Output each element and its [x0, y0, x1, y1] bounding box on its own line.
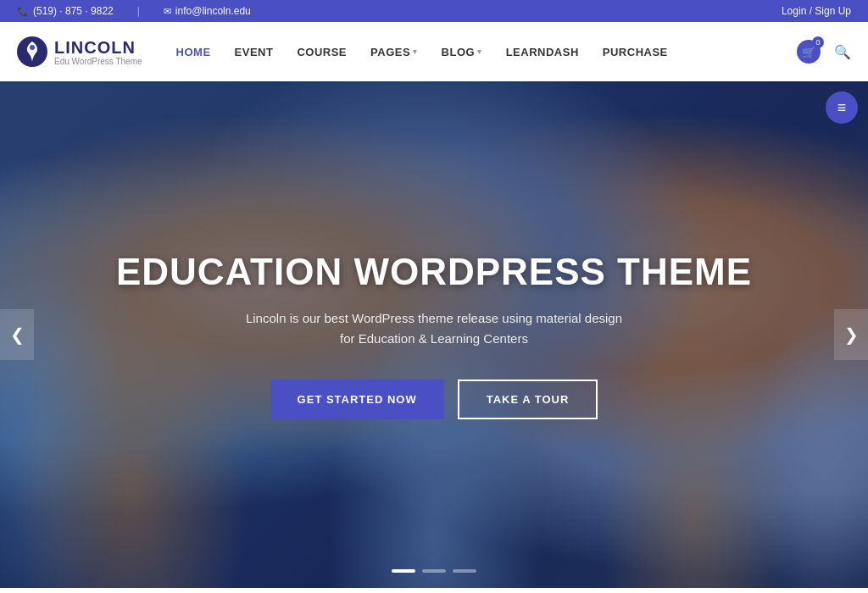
hero-background: EDUCATION WORDPRESS THEME Lincoln is our…	[0, 81, 868, 588]
nav-learndash[interactable]: LEARNDASH	[506, 46, 579, 58]
nav-pages[interactable]: PAGES ▾	[370, 46, 418, 58]
blog-chevron: ▾	[477, 47, 482, 56]
divider: |	[137, 5, 140, 17]
slide-prev-button[interactable]: ❮	[0, 309, 34, 360]
svg-point-1	[30, 45, 35, 50]
slide-next-button[interactable]: ❯	[834, 309, 868, 360]
phone-icon	[17, 6, 29, 17]
logo-icon	[17, 36, 47, 67]
phone-info: (519) · 875 · 9822	[17, 5, 114, 17]
brand-tagline: Edu WordPress Theme	[54, 57, 142, 66]
nav-event[interactable]: EVENT	[235, 46, 274, 58]
hero-content: EDUCATION WORDPRESS THEME Lincoln is our…	[82, 251, 786, 419]
top-bar-auth[interactable]: Login / Sign Up	[782, 5, 851, 17]
logo-text: LINCOLN Edu WordPress Theme	[54, 38, 142, 66]
hamburger-button[interactable]: ≡	[826, 91, 858, 124]
slide-dot-3[interactable]	[453, 569, 476, 573]
get-started-button[interactable]: GET STARTED NOW	[270, 380, 444, 419]
phone-number: (519) · 875 · 9822	[33, 5, 114, 17]
nav-links: HOME EVENT COURSE PAGES ▾ BLOG ▾ LEARNDA…	[176, 46, 797, 58]
take-tour-button[interactable]: TAKE A TOUR	[458, 380, 598, 419]
hero-buttons: GET STARTED NOW TAKE A TOUR	[116, 380, 752, 419]
search-icon[interactable]: 🔍	[834, 44, 851, 60]
logo-link[interactable]: LINCOLN Edu WordPress Theme	[17, 36, 142, 67]
top-bar-contact: (519) · 875 · 9822 | info@lincoln.edu	[17, 5, 251, 17]
nav-course[interactable]: COURSE	[297, 46, 347, 58]
nav-right: 🛒 0 🔍	[797, 40, 851, 64]
hero-title: EDUCATION WORDPRESS THEME	[116, 251, 752, 293]
email-address: info@lincoln.edu	[175, 5, 251, 17]
email-info: info@lincoln.edu	[164, 5, 251, 17]
nav-purchase[interactable]: PURCHASE	[603, 46, 668, 58]
slide-dot-2[interactable]	[422, 569, 446, 573]
email-icon	[164, 6, 171, 17]
slide-dots	[392, 569, 476, 573]
hero-subtitle: Lincoln is our best WordPress theme rele…	[116, 308, 752, 349]
nav-home[interactable]: HOME	[176, 46, 211, 58]
pages-chevron: ▾	[413, 47, 418, 56]
nav-blog[interactable]: BLOG ▾	[442, 46, 482, 58]
top-bar: (519) · 875 · 9822 | info@lincoln.edu Lo…	[0, 0, 868, 22]
cart-badge: 0	[812, 36, 824, 48]
hamburger-icon: ≡	[837, 99, 847, 117]
cart-button[interactable]: 🛒 0	[797, 40, 821, 64]
brand-name: LINCOLN	[54, 38, 142, 57]
hero-section: EDUCATION WORDPRESS THEME Lincoln is our…	[0, 81, 868, 588]
login-signup-link[interactable]: Login / Sign Up	[782, 5, 851, 17]
slide-dot-1[interactable]	[392, 569, 415, 573]
navbar: LINCOLN Edu WordPress Theme HOME EVENT C…	[0, 22, 868, 81]
